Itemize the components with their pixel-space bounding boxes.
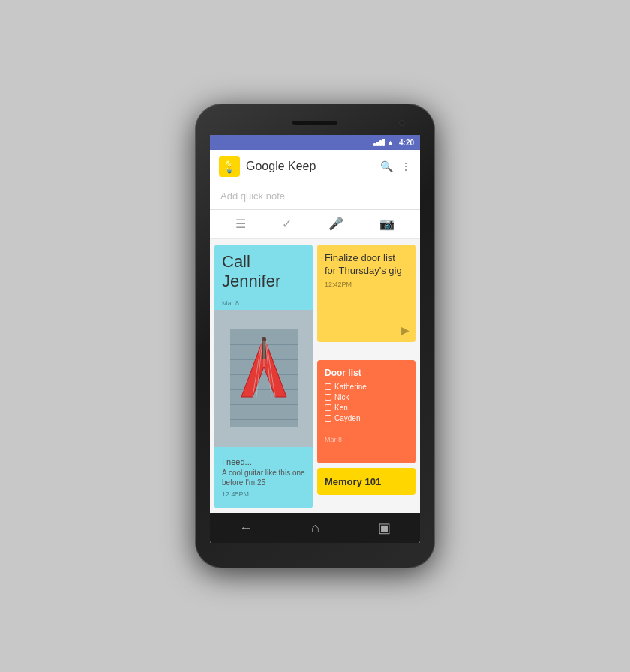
camera-icon[interactable]: 📷	[380, 217, 394, 231]
phone-top-bar	[202, 114, 428, 132]
checkbox-cayden	[325, 415, 332, 422]
name-katherine: Katherine	[334, 382, 367, 391]
i-need-time: 12:45PM	[222, 490, 305, 498]
phone-screen: ▲ 4:20 💡 Google Keep 🔍 ⋮ Add quick note …	[210, 135, 420, 543]
door-list-title: Door list	[325, 368, 408, 378]
note-door-list[interactable]: Door list Katherine Nick Ken Cayden	[317, 360, 416, 464]
status-time: 4:20	[399, 139, 414, 147]
app-bar: 💡 Google Keep 🔍 ⋮	[210, 150, 420, 183]
phone-device: ▲ 4:20 💡 Google Keep 🔍 ⋮ Add quick note …	[195, 104, 435, 568]
list-icon[interactable]: ☰	[236, 217, 246, 231]
check-icon[interactable]: ✓	[282, 217, 292, 231]
phone-speaker	[292, 121, 338, 125]
home-button[interactable]: ⌂	[311, 520, 320, 536]
more-options-icon[interactable]: ⋮	[400, 160, 411, 172]
checkbox-nick	[325, 394, 332, 400]
app-title: Google Keep	[246, 160, 374, 173]
name-nick: Nick	[334, 393, 349, 401]
phone-camera	[399, 120, 405, 126]
bottom-nav: ← ⌂ ▣	[210, 513, 420, 543]
play-icon[interactable]: ▶	[401, 324, 410, 336]
search-icon[interactable]: 🔍	[380, 160, 393, 172]
quick-note-placeholder: Add quick note	[220, 190, 285, 202]
i-need-body: A cool guitar like this one before I'm 2…	[222, 468, 305, 488]
name-cayden: Cayden	[334, 414, 360, 422]
app-bar-actions: 🔍 ⋮	[380, 160, 411, 172]
wifi-icon: ▲	[387, 139, 394, 146]
list-item: Nick	[325, 393, 408, 401]
note-memory-101[interactable]: Memory 101	[317, 468, 416, 495]
notes-grid: CallJennifer Mar 8	[210, 240, 420, 513]
list-item: Cayden	[325, 414, 408, 422]
mic-icon[interactable]: 🎤	[328, 217, 344, 231]
memory-title: Memory 101	[325, 476, 381, 488]
back-button[interactable]: ←	[239, 520, 253, 536]
door-list-ellipsis: ...	[325, 424, 408, 433]
status-bar: ▲ 4:20	[210, 135, 420, 150]
list-item: Ken	[325, 404, 408, 412]
note-date: Mar 8	[222, 296, 305, 307]
guitar-image	[214, 310, 313, 447]
note-title: CallJennifer	[222, 252, 305, 292]
name-ken: Ken	[334, 404, 348, 412]
note-call-jennifer[interactable]: CallJennifer Mar 8	[214, 244, 313, 508]
checkbox-ken	[325, 404, 332, 411]
recents-button[interactable]: ▣	[378, 520, 391, 536]
signal-icon	[374, 139, 385, 146]
list-item: Katherine	[325, 382, 408, 391]
status-icons: ▲ 4:20	[374, 139, 414, 147]
i-need-title: I need...	[222, 458, 305, 466]
logo-icon: 💡	[222, 160, 237, 174]
note-finalize-door[interactable]: Finalize door list for Thursday's gig 12…	[317, 244, 416, 342]
note-date: Mar 8	[325, 433, 408, 443]
note-time: 12:42PM	[325, 280, 408, 288]
guitar-svg	[230, 329, 298, 427]
note-title: Finalize door list for Thursday's gig	[325, 252, 408, 278]
app-logo: 💡	[219, 156, 240, 177]
quick-note-bar[interactable]: Add quick note	[210, 183, 420, 210]
action-row: ☰ ✓ 🎤 📷	[210, 210, 420, 238]
checkbox-katherine	[325, 383, 332, 390]
